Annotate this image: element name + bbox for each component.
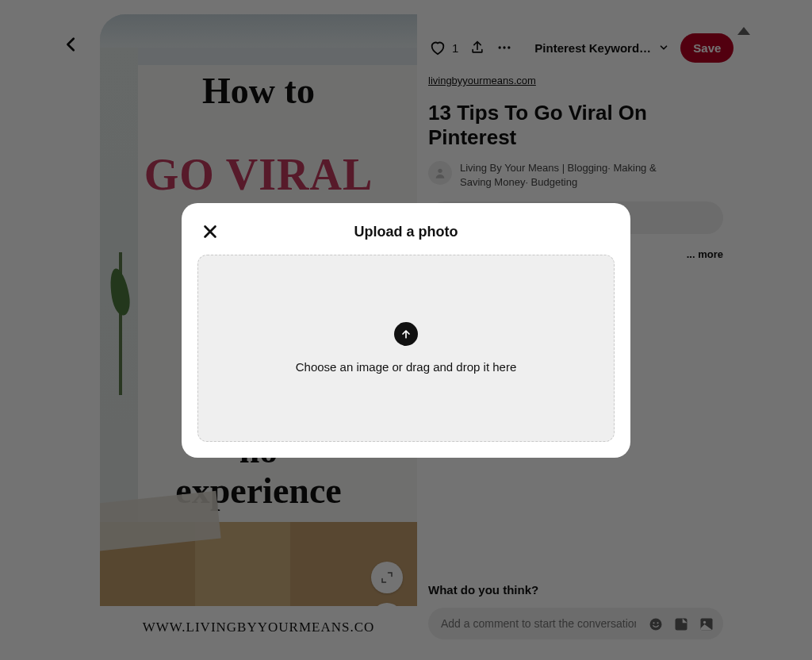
upload-photo-modal: Upload a photo Choose an image or drag a… xyxy=(182,203,630,458)
upload-arrow-icon xyxy=(400,328,412,340)
dropzone-text: Choose an image or drag and drop it here xyxy=(296,360,517,374)
modal-overlay[interactable]: Upload a photo Choose an image or drag a… xyxy=(0,0,812,660)
close-icon xyxy=(201,223,219,240)
upload-dropzone[interactable]: Choose an image or drag and drop it here xyxy=(197,255,615,442)
modal-title: Upload a photo xyxy=(197,224,615,240)
modal-close-button[interactable] xyxy=(199,221,221,243)
upload-icon-circle xyxy=(394,322,418,346)
